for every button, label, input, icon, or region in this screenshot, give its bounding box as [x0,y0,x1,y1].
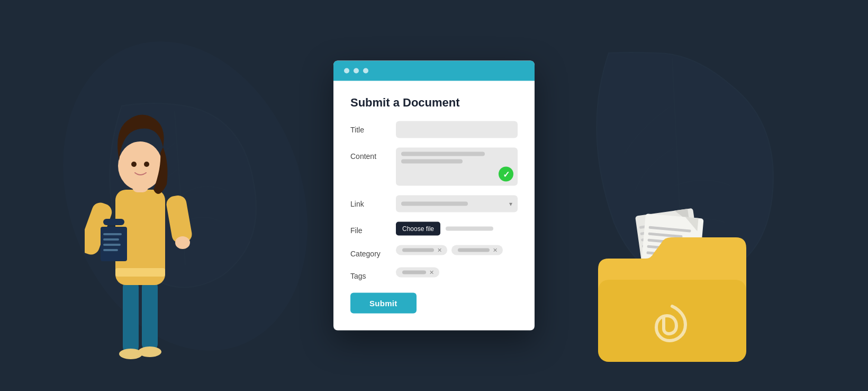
category-field-row: Category ✕ ✕ [350,245,518,258]
svg-rect-15 [103,249,118,251]
content-field-row: Content ✓ [350,148,518,186]
content-line-1 [401,152,485,156]
main-card-wrapper: Submit a Document Title Content [333,61,535,331]
folder-illustration [593,206,752,375]
tags-field: ✕ [396,268,518,278]
validation-check-icon: ✓ [499,167,513,182]
svg-rect-12 [103,233,122,235]
tag-1[interactable]: ✕ [396,268,439,278]
title-field-row: Title [350,121,518,138]
svg-rect-6 [115,268,165,277]
file-input-row: Choose file [396,222,518,236]
form-card: Submit a Document Title Content [333,61,535,331]
card-header [333,61,535,81]
content-textarea-box[interactable]: ✓ [396,148,518,186]
svg-point-4 [138,346,161,357]
chevron-down-icon: ▾ [509,200,512,208]
remove-tag-icon[interactable]: ✕ [429,270,434,276]
svg-rect-11 [103,219,124,225]
svg-rect-14 [103,244,121,246]
svg-rect-13 [103,238,119,241]
category-tag-2[interactable]: ✕ [451,245,503,255]
submit-row: Submit [350,293,518,314]
file-label: File [350,222,387,235]
window-dot-1 [344,68,349,74]
content-label: Content [350,148,387,161]
file-field: Choose file [396,222,518,236]
category-tags-row: ✕ ✕ [396,245,518,255]
remove-tag-icon[interactable]: ✕ [493,247,498,253]
person-illustration [85,78,201,375]
content-line-2 [401,159,463,164]
form-title: Submit a Document [350,96,518,110]
title-field [396,121,518,138]
title-input-box[interactable] [396,121,518,138]
remove-tag-icon[interactable]: ✕ [437,247,442,253]
category-field: ✕ ✕ [396,245,518,255]
svg-rect-8 [165,194,193,244]
file-field-row: File Choose file [350,222,518,236]
choose-file-button[interactable]: Choose file [396,222,440,236]
tags-label: Tags [350,268,387,280]
tag-label-bar [402,248,434,252]
link-label: Link [350,196,387,208]
category-label: Category [350,245,387,258]
link-field: ▾ [396,196,518,212]
tags-field-row: Tags ✕ [350,268,518,280]
submit-button[interactable]: Submit [350,293,417,314]
file-name-display [446,227,493,231]
card-body: Submit a Document Title Content [333,81,535,331]
category-tag-1[interactable]: ✕ [396,245,447,255]
window-dot-3 [363,68,368,74]
svg-point-18 [131,162,137,167]
svg-point-9 [175,236,190,249]
window-dot-2 [354,68,359,74]
tag-label-bar [402,271,426,274]
svg-rect-1 [123,280,139,354]
svg-rect-2 [142,280,158,351]
svg-point-19 [144,162,149,167]
link-dropdown[interactable]: ▾ [396,196,518,212]
tag-label-bar [458,248,490,252]
link-selected-value [401,202,468,206]
content-lines [396,148,518,168]
svg-rect-33 [598,280,746,362]
svg-point-17 [118,141,162,190]
tags-row: ✕ [396,268,518,278]
link-field-row: Link ▾ [350,196,518,212]
content-field: ✓ [396,148,518,186]
title-label: Title [350,121,387,134]
